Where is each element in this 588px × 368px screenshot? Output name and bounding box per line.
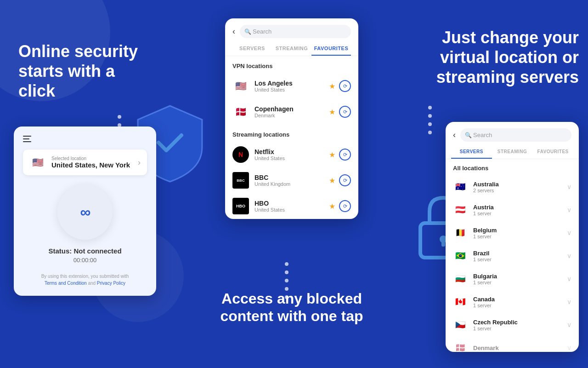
privacy-link[interactable]: Privacy Policy xyxy=(97,281,125,286)
phone-footer: By using this extension, you submitted w… xyxy=(23,273,147,287)
star-icon[interactable]: ★ xyxy=(329,82,335,91)
dot-r1 xyxy=(428,106,432,109)
chevron-down-icon: ∨ xyxy=(567,252,571,259)
item-info: Austria 1 server xyxy=(473,204,567,216)
center-back-button[interactable]: ‹ xyxy=(232,27,235,36)
item-name: Netflix xyxy=(254,148,329,155)
item-info: Netflix United States xyxy=(254,148,329,161)
vpn-section-title: VPN locations xyxy=(225,56,358,73)
item-info: Brazil 1 server xyxy=(473,250,567,262)
item-sub: 1 server xyxy=(473,280,567,285)
terms-link[interactable]: Terms and Condition xyxy=(45,281,87,286)
br-flag: 🇧🇷 xyxy=(453,248,468,263)
right-tab-streaming[interactable]: STREAMING xyxy=(492,145,533,159)
item-name: BBC xyxy=(254,174,329,181)
dot-c1 xyxy=(285,262,288,266)
chevron-down-icon: ∨ xyxy=(567,298,571,305)
tab-streaming[interactable]: STREAMING xyxy=(272,42,311,56)
item-name: HBO xyxy=(254,200,329,207)
item-actions: ★ ⟳ xyxy=(329,80,351,92)
right-tab-servers[interactable]: SERVERS xyxy=(451,145,492,159)
footer-text: By using this extension, you submitted w… xyxy=(41,274,129,279)
left-headline: Online security starts with a click xyxy=(18,41,156,101)
dot-1 xyxy=(118,115,121,119)
list-item[interactable]: 🇧🇷 Brazil 1 server ∨ xyxy=(446,244,579,267)
right-header-section: Just change your virtual location or str… xyxy=(418,28,579,87)
item-info: Czech Republic 1 server xyxy=(473,319,567,331)
list-item[interactable]: HBO HBO United States ★ ⟳ xyxy=(225,193,358,219)
list-item[interactable]: 🇨🇿 Czech Republic 1 server ∨ xyxy=(446,313,579,336)
speed-icon[interactable]: ⟳ xyxy=(339,174,351,186)
list-item[interactable]: 🇨🇦 Canada 1 server ∨ xyxy=(446,290,579,313)
item-info: Copenhagen Denmark xyxy=(254,105,329,118)
location-info: Selected location United States, New Yor… xyxy=(51,156,138,169)
item-actions: ★ ⟳ xyxy=(329,106,351,118)
item-name: Los Angeles xyxy=(254,80,329,87)
list-item[interactable]: BBC BBC United Kingdom ★ ⟳ xyxy=(225,167,358,193)
right-tabs: SERVERS STREAMING FAVOURITES xyxy=(446,145,579,159)
speed-icon[interactable]: ⟳ xyxy=(339,80,351,92)
center-phone-mockup: ‹ 🔍 Search SERVERS STREAMING FAVOURITES … xyxy=(225,18,358,219)
item-info: Los Angeles United States xyxy=(254,80,329,92)
item-info: Canada 1 server xyxy=(473,296,567,308)
item-sub: United States xyxy=(254,207,329,213)
dot-c2 xyxy=(285,270,288,274)
list-item[interactable]: N Netflix United States ★ ⟳ xyxy=(225,142,358,167)
chevron-down-icon: ∨ xyxy=(567,275,571,282)
list-item[interactable]: 🇧🇬 Bulgaria 1 server ∨ xyxy=(446,267,579,290)
chevron-down-icon: ∨ xyxy=(567,183,571,190)
item-info: BBC United Kingdom xyxy=(254,174,329,187)
item-info: Australia 2 servers xyxy=(473,181,567,193)
selected-location-label: Selected location xyxy=(51,156,138,161)
item-name: Canada xyxy=(473,296,567,303)
right-tab-favourites[interactable]: FAVOURITES xyxy=(532,145,573,159)
chevron-right-icon: › xyxy=(138,158,141,167)
item-sub: 1 server xyxy=(473,326,567,331)
item-name: Australia xyxy=(473,181,567,188)
speed-icon[interactable]: ⟳ xyxy=(339,149,351,161)
right-dots xyxy=(428,106,432,134)
selected-location-name: United States, New York xyxy=(51,161,138,169)
chevron-down-icon: ∨ xyxy=(567,206,571,213)
connect-button-area: ∞ xyxy=(23,184,147,240)
hamburger-menu-icon[interactable] xyxy=(23,136,31,142)
item-sub: 1 server xyxy=(473,234,567,239)
list-item[interactable]: 🇦🇺 Australia 2 servers ∨ xyxy=(446,175,579,198)
item-name: Copenhagen xyxy=(254,105,329,113)
list-item[interactable]: 🇺🇸 Los Angeles United States ★ ⟳ xyxy=(225,73,358,99)
tab-favourites[interactable]: FAVOURITES xyxy=(311,42,351,56)
list-item[interactable]: 🇩🇰 Denmark ∨ xyxy=(446,336,579,352)
right-headline: Just change your virtual location or str… xyxy=(418,28,579,87)
item-name: Belgium xyxy=(473,227,567,234)
center-bottom-headline: Access any blocked content with one tap xyxy=(207,290,377,325)
right-search-input[interactable]: Search xyxy=(460,128,571,142)
center-bottom-text: Access any blocked content with one tap xyxy=(207,290,377,325)
center-search-input[interactable]: Search xyxy=(240,25,351,38)
chevron-down-icon: ∨ xyxy=(567,344,571,351)
item-name: Czech Republic xyxy=(473,319,567,326)
list-item[interactable]: 🇧🇪 Belgium 1 server ∨ xyxy=(446,221,579,244)
item-name: Brazil xyxy=(473,250,567,257)
svg-rect-2 xyxy=(441,239,445,247)
au-flag: 🇦🇺 xyxy=(453,179,468,194)
list-item[interactable]: 🇦🇹 Austria 1 server ∨ xyxy=(446,198,579,221)
tab-servers[interactable]: SERVERS xyxy=(232,42,272,56)
right-panel: ‹ 🔍 Search SERVERS STREAMING FAVOURITES … xyxy=(446,122,579,352)
center-search-bar: ‹ 🔍 Search xyxy=(225,18,358,42)
list-item[interactable]: 🇩🇰 Copenhagen Denmark ★ ⟳ xyxy=(225,99,358,125)
right-section-title: All locations xyxy=(446,159,579,175)
dot-r4 xyxy=(428,131,432,134)
location-bar[interactable]: 🇺🇸 Selected location United States, New … xyxy=(23,150,147,175)
timer-text: 00:00:00 xyxy=(23,257,147,264)
speed-icon[interactable]: ⟳ xyxy=(339,200,351,212)
star-icon[interactable]: ★ xyxy=(329,202,335,211)
dot-c4 xyxy=(285,287,288,291)
star-icon[interactable]: ★ xyxy=(329,176,335,185)
star-icon[interactable]: ★ xyxy=(329,150,335,159)
item-sub: Denmark xyxy=(254,113,329,118)
right-back-button[interactable]: ‹ xyxy=(453,130,456,140)
speed-icon[interactable]: ⟳ xyxy=(339,106,351,118)
right-search-icon: 🔍 xyxy=(465,132,472,138)
star-icon[interactable]: ★ xyxy=(329,108,335,116)
connect-button[interactable]: ∞ xyxy=(57,184,113,240)
